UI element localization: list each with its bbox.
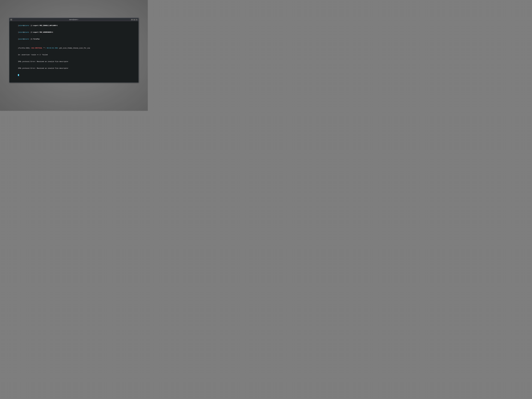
svg-rect-0 [11,19,12,20]
prompt-1: [alarm@alarm ~]$ [18,25,33,26]
error-func: : gtk_icon_theme_choose_icon_for_sca [58,47,90,49]
error-timestamp: 09:04:01.500 [47,47,58,49]
terminal-line-1: [alarm@alarm ~]$ export MOZ_ENABLE_WAYLA… [11,22,137,29]
terminal-cursor [18,74,19,76]
error-stars: **: [42,47,47,49]
terminal-line-7: IPDL protocol Error: Received an invalid… [11,65,137,72]
prompt-3: [alarm@alarm ~]$ [18,38,33,40]
empty-line [11,43,137,45]
window-title: alarm@alarm:~ [69,19,79,20]
command-1: export MOZ_ENABLE_WAYLAND=1 [33,25,58,26]
error-prefix: (firefox:636): [18,47,32,49]
prompt-2: [alarm@alarm ~]$ [18,32,33,33]
close-button[interactable]: ✕ [136,19,138,20]
terminal-line-5: le: assertion 'scale >= 1' failed [11,51,137,58]
desktop: alarm@alarm:~ ▼ ▲ ✕ [alarm@alarm ~]$ exp… [0,0,148,111]
gtk-critical-label: Gtk-CRITICAL [32,47,42,49]
command-3: firefox [33,38,40,40]
ipdl-error-2: IPDL protocol Error: Received an invalid… [18,67,68,69]
terminal-line-4: (firefox:636): Gtk-CRITICAL **: 09:04:01… [11,45,137,51]
ipdl-error-1: IPDL protocol Error: Received an invalid… [18,61,68,63]
titlebar-left [10,19,12,20]
terminal-line-6: IPDL protocol Error: Received an invalid… [11,58,137,65]
terminal-window: alarm@alarm:~ ▼ ▲ ✕ [alarm@alarm ~]$ exp… [9,18,139,82]
terminal-body: [alarm@alarm ~]$ export MOZ_ENABLE_WAYLA… [9,21,139,82]
maximize-button[interactable]: ▲ [133,19,135,20]
command-2: export MOZ_WEBRENDER=1 [33,32,53,33]
assertion-text: le: assertion 'scale >= 1' failed [18,54,48,56]
titlebar-controls[interactable]: ▼ ▲ ✕ [131,19,138,20]
terminal-line-8 [11,72,137,78]
terminal-line-2: [alarm@alarm ~]$ export MOZ_WEBRENDER=1 [11,29,137,36]
minimize-button[interactable]: ▼ [131,19,133,20]
terminal-titlebar: alarm@alarm:~ ▼ ▲ ✕ [9,18,139,21]
terminal-icon [10,19,12,20]
terminal-line-3: [alarm@alarm ~]$ firefox [11,36,137,43]
